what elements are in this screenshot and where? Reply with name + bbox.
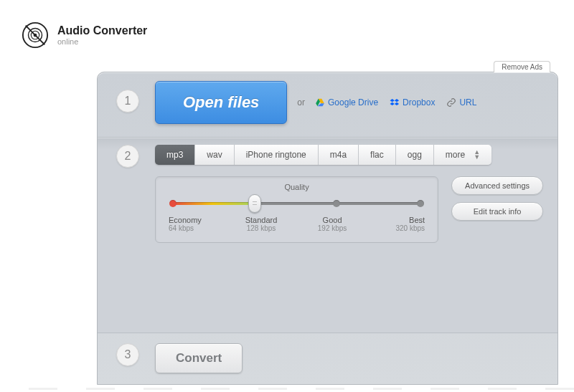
- step-2-badge: 2: [116, 145, 139, 168]
- main-panel: Remove Ads 1 Open files or Google Drive …: [97, 72, 558, 385]
- dropbox-icon: [390, 97, 400, 107]
- step-3-row: 3 Convert: [98, 333, 557, 383]
- quality-stop-standard: Standard128 kbps: [240, 216, 283, 232]
- format-tab-iphone-ringtone[interactable]: iPhone ringtone: [235, 145, 319, 165]
- quality-stop-good: Good192 kbps: [311, 216, 354, 232]
- remove-ads-button[interactable]: Remove Ads: [494, 61, 550, 72]
- url-label: URL: [459, 97, 476, 107]
- dropbox-link[interactable]: Dropbox: [390, 97, 435, 107]
- step-1-badge: 1: [116, 90, 139, 113]
- app-subtitle: online: [57, 37, 147, 46]
- google-drive-icon: [315, 97, 325, 107]
- google-drive-label: Google Drive: [328, 97, 378, 107]
- format-tab-wav[interactable]: wav: [195, 145, 234, 165]
- format-tabs: mp3waviPhone ringtonem4aflacoggmore▲▼: [155, 145, 491, 165]
- link-icon: [446, 97, 456, 107]
- dropbox-label: Dropbox: [403, 97, 435, 107]
- open-files-button[interactable]: Open files: [155, 81, 287, 124]
- step-3-badge: 3: [116, 343, 139, 366]
- side-buttons: Advanced settings Edit track info: [451, 176, 543, 221]
- step-2-row: 2 mp3waviPhone ringtonem4aflacoggmore▲▼ …: [98, 137, 557, 333]
- url-link[interactable]: URL: [446, 97, 476, 107]
- google-drive-link[interactable]: Google Drive: [315, 97, 378, 107]
- format-tab-flac[interactable]: flac: [359, 145, 396, 165]
- quality-stop-economy: Economy64 kbps: [169, 216, 212, 232]
- format-tab-ogg[interactable]: ogg: [396, 145, 434, 165]
- format-tab-m4a[interactable]: m4a: [319, 145, 359, 165]
- quality-slider[interactable]: [173, 197, 420, 210]
- format-tab-mp3[interactable]: mp3: [155, 145, 195, 165]
- or-label: or: [297, 97, 305, 107]
- cloud-links: Google Drive Dropbox URL: [315, 97, 476, 107]
- chevron-updown-icon: ▲▼: [474, 150, 480, 160]
- vinyl-logo-icon: [22, 21, 49, 49]
- format-tab-more[interactable]: more▲▼: [434, 145, 491, 165]
- step-1-row: 1 Open files or Google Drive Dropbox: [98, 72, 557, 137]
- footer-strip: [0, 388, 574, 390]
- app-header: Audio Converter online: [0, 0, 574, 49]
- app-title: Audio Converter: [57, 24, 147, 37]
- edit-track-info-button[interactable]: Edit track info: [451, 202, 543, 221]
- convert-button[interactable]: Convert: [155, 343, 243, 373]
- quality-panel: Quality Economy64 kbpsStandard128 kbpsGo…: [155, 176, 438, 243]
- advanced-settings-button[interactable]: Advanced settings: [451, 176, 543, 195]
- quality-stop-best: Best320 kbps: [382, 216, 425, 232]
- quality-title: Quality: [169, 183, 425, 191]
